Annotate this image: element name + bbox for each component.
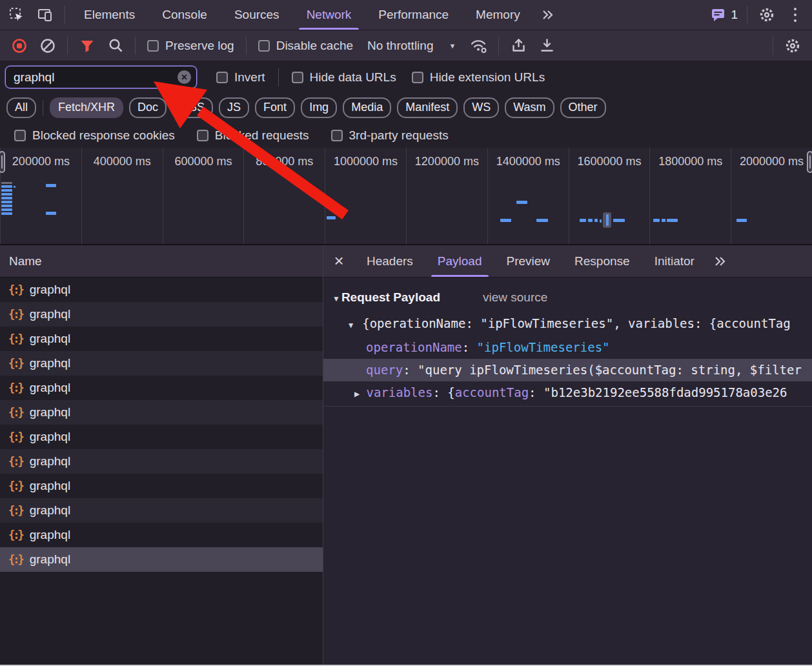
disable-cache-option[interactable]: Disable cache xyxy=(252,39,360,53)
request-row-selected[interactable]: {:} graphql xyxy=(0,547,323,572)
request-row[interactable]: {:} graphql xyxy=(0,498,323,523)
timeline-tick: 2000000 ms xyxy=(731,148,812,244)
third-party-option[interactable]: 3rd-party requests xyxy=(325,128,455,143)
record-network-log-icon[interactable] xyxy=(5,30,34,61)
filter-chip-manifest[interactable]: Manifest xyxy=(397,97,458,118)
section-expand-icon[interactable]: ▼ xyxy=(332,294,340,303)
detail-tab-preview[interactable]: Preview xyxy=(494,245,563,277)
json-key: query xyxy=(366,363,403,377)
json-key: operationName xyxy=(366,340,462,354)
divider xyxy=(747,6,747,24)
filter-chip-ws[interactable]: WS xyxy=(463,97,499,118)
tab-memory[interactable]: Memory xyxy=(462,0,534,30)
request-name: graphql xyxy=(30,381,70,395)
request-row[interactable]: {:} graphql xyxy=(0,302,323,327)
divider xyxy=(246,37,247,55)
request-row[interactable]: {:} graphql xyxy=(0,474,323,498)
hide-extension-urls-checkbox[interactable] xyxy=(412,72,423,83)
hide-data-urls-option[interactable]: Hide data URLs xyxy=(284,70,404,85)
filter-chip-media[interactable]: Media xyxy=(343,97,391,118)
tab-sources[interactable]: Sources xyxy=(221,0,293,30)
payload-row-operationname[interactable]: operationName: "ipFlowTimeseries" xyxy=(323,336,812,359)
close-detail-icon[interactable]: × xyxy=(323,251,354,271)
settings-gear-icon[interactable] xyxy=(753,0,781,30)
preserve-log-option[interactable]: Preserve log xyxy=(141,39,241,53)
request-row[interactable]: {:} graphql xyxy=(0,327,323,351)
divider xyxy=(43,100,43,116)
blocked-cookies-option[interactable]: Blocked response cookies xyxy=(8,128,181,143)
devtools-tab-bar: Elements Console Sources Network Perform… xyxy=(0,0,812,30)
request-payload-section[interactable]: ▼ Request Payload view source xyxy=(323,278,812,308)
hide-data-urls-checkbox[interactable] xyxy=(292,72,303,83)
detail-tab-headers[interactable]: Headers xyxy=(354,245,425,277)
invert-checkbox[interactable] xyxy=(216,72,228,83)
request-row[interactable]: {:} graphql xyxy=(0,449,323,474)
row-expand-icon[interactable]: ▼ xyxy=(349,321,353,330)
blocked-cookies-checkbox[interactable] xyxy=(14,130,26,141)
request-row[interactable]: {:} graphql xyxy=(0,425,323,449)
view-source-link[interactable]: view source xyxy=(483,290,547,305)
issues-counter[interactable]: 1 xyxy=(707,8,742,22)
payload-root-row[interactable]: ▼{operationName: "ipFlowTimeseries", var… xyxy=(323,308,812,336)
filter-chip-wasm[interactable]: Wasm xyxy=(505,97,554,118)
filter-chip-fetch-xhr[interactable]: Fetch/XHR xyxy=(50,97,123,118)
name-column-header[interactable]: Name xyxy=(0,245,323,278)
network-conditions-icon[interactable] xyxy=(465,30,493,61)
blocked-requests-option[interactable]: Blocked requests xyxy=(190,128,316,143)
device-toolbar-icon[interactable] xyxy=(31,0,59,30)
filter-chip-other[interactable]: Other xyxy=(560,97,606,118)
inspect-element-icon[interactable] xyxy=(3,0,31,30)
request-row[interactable]: {:} graphql xyxy=(0,278,323,302)
request-row[interactable]: {:} graphql xyxy=(0,376,323,400)
kebab-menu-icon[interactable] xyxy=(781,0,809,30)
filter-chip-doc[interactable]: Doc xyxy=(129,97,167,118)
overview-grip-left[interactable] xyxy=(0,151,5,173)
tab-label: Network xyxy=(307,8,352,22)
detail-tab-response[interactable]: Response xyxy=(562,245,642,277)
third-party-checkbox[interactable] xyxy=(331,130,343,141)
waterfall-bar xyxy=(594,219,598,222)
filter-chip-css[interactable]: CSS xyxy=(172,97,213,118)
filter-chip-font[interactable]: Font xyxy=(255,97,295,118)
invert-option[interactable]: Invert xyxy=(208,70,273,85)
request-name: graphql xyxy=(30,503,70,518)
divider xyxy=(278,68,279,86)
detail-tab-payload[interactable]: Payload xyxy=(425,245,494,277)
tab-console[interactable]: Console xyxy=(148,0,221,30)
clear-filter-icon[interactable]: × xyxy=(178,70,191,84)
json-separator: : xyxy=(462,340,477,354)
network-overview-timeline[interactable]: 200000 ms 400000 ms 600000 ms 800000 ms … xyxy=(0,148,812,245)
search-icon[interactable] xyxy=(101,30,130,61)
more-detail-tabs-icon[interactable] xyxy=(713,255,727,268)
filter-chip-img[interactable]: Img xyxy=(301,97,337,118)
tab-performance[interactable]: Performance xyxy=(365,0,462,30)
export-har-icon[interactable] xyxy=(533,30,561,61)
payload-row-query[interactable]: query: "query ipFlowTimeseries($accountT… xyxy=(323,359,812,381)
payload-row-variables[interactable]: ▶variables: {accountTag: "b12e3b2192ee55… xyxy=(323,381,812,407)
json-braces-icon: {:} xyxy=(8,553,23,566)
waterfall-bar xyxy=(327,216,336,219)
request-row[interactable]: {:} graphql xyxy=(0,523,323,547)
request-row[interactable]: {:} graphql xyxy=(0,400,323,425)
tab-network[interactable]: Network xyxy=(293,0,365,30)
more-tabs-icon[interactable] xyxy=(534,0,562,30)
hide-extension-urls-option[interactable]: Hide extension URLs xyxy=(404,70,553,85)
waterfall-bar xyxy=(516,201,527,204)
detail-tab-initiator[interactable]: Initiator xyxy=(642,245,707,277)
overview-grip-right[interactable] xyxy=(807,151,812,173)
import-har-icon[interactable] xyxy=(504,30,533,61)
network-settings-gear-icon[interactable] xyxy=(778,37,807,54)
blocked-requests-checkbox[interactable] xyxy=(197,130,208,141)
timeline-tick: 1400000 ms xyxy=(487,148,569,244)
tab-elements[interactable]: Elements xyxy=(70,0,148,30)
disable-cache-checkbox[interactable] xyxy=(258,40,270,52)
request-row[interactable]: {:} graphql xyxy=(0,351,323,376)
preserve-log-checkbox[interactable] xyxy=(147,40,159,52)
throttling-select[interactable]: No throttling ▼ xyxy=(360,39,465,53)
filter-chip-all[interactable]: All xyxy=(6,97,36,118)
clear-network-log-icon[interactable] xyxy=(34,30,62,61)
filter-funnel-icon[interactable] xyxy=(73,30,101,61)
filter-input[interactable] xyxy=(14,70,178,85)
filter-chip-js[interactable]: JS xyxy=(219,97,249,118)
row-collapse-icon[interactable]: ▶ xyxy=(354,388,360,399)
